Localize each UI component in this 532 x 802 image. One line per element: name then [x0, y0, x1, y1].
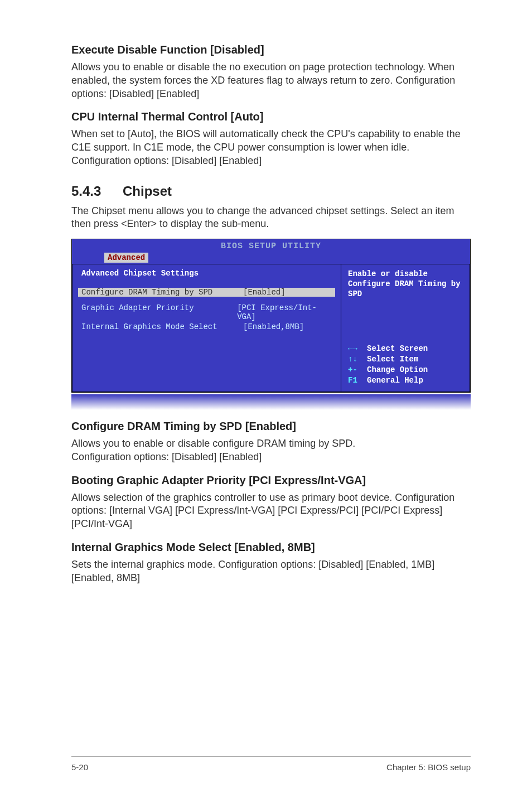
para-execute-disable: Allows you to enable or disable the no e…: [71, 61, 471, 100]
para-booting-adapter: Allows selection of the graphics control…: [71, 491, 471, 531]
nav-key: ↑↓: [348, 354, 367, 365]
footer-chapter: Chapter 5: BIOS setup: [386, 762, 471, 772]
section-number: 5.4.3: [71, 183, 123, 199]
bios-title: BIOS SETUP UTILITY: [72, 239, 470, 254]
heading-cpu-thermal: CPU Internal Thermal Control [Auto]: [71, 110, 471, 123]
nav-label: Change Option: [367, 365, 428, 375]
section-heading-chipset: 5.4.3Chipset: [71, 183, 471, 199]
para-dram-2: Configuration options: [Disabled] [Enabl…: [71, 451, 471, 464]
bios-left-panel: Advanced Chipset Settings Configure DRAM…: [72, 264, 341, 392]
bios-nav-row: +-Change Option: [348, 365, 464, 375]
section-title: Chipset: [123, 183, 172, 199]
heading-dram-timing: Configure DRAM Timing by SPD [Enabled]: [71, 420, 471, 433]
bios-row-selected: Configure DRAM Timing by SPD [Enabled]: [78, 288, 335, 297]
bios-row: Graphic Adapter Priority [PCI Express/In…: [81, 303, 332, 321]
bios-nav-legend: ←→Select Screen ↑↓Select Item +-Change O…: [348, 344, 464, 386]
bios-row-label: Configure DRAM Timing by SPD: [81, 288, 243, 297]
nav-label: General Help: [367, 375, 423, 386]
bios-row-value: [Enabled,8MB]: [243, 322, 304, 331]
bios-row-value: [Enabled]: [243, 288, 286, 297]
heading-internal-graphics: Internal Graphics Mode Select [Enabled, …: [71, 541, 471, 554]
para-internal-graphics: Sets the internal graphics mode. Configu…: [71, 558, 471, 585]
bios-fade: [71, 394, 471, 410]
bios-row-value: [PCI Express/Int-VGA]: [237, 303, 332, 321]
para-cpu-thermal: When set to [Auto], the BIOS will automa…: [71, 128, 471, 167]
nav-key: ←→: [348, 344, 367, 354]
bios-help-text: Enable or disable Configure DRAM Timing …: [348, 269, 464, 299]
nav-label: Select Item: [367, 354, 418, 365]
nav-key: +-: [348, 365, 367, 375]
bios-screenshot: BIOS SETUP UTILITY Advanced Advanced Chi…: [71, 239, 471, 393]
page-footer: 5-20 Chapter 5: BIOS setup: [71, 756, 471, 772]
heading-execute-disable: Execute Disable Function [Disabled]: [71, 44, 471, 56]
bios-nav-row: ←→Select Screen: [348, 344, 464, 354]
para-chipset-intro: The Chipset menu allows you to change th…: [71, 205, 471, 231]
heading-booting-adapter: Booting Graphic Adapter Priority [PCI Ex…: [71, 474, 471, 487]
bios-row-label: Graphic Adapter Priority: [81, 303, 237, 321]
nav-label: Select Screen: [367, 344, 428, 354]
footer-page-number: 5-20: [71, 762, 88, 772]
bios-right-panel: Enable or disable Configure DRAM Timing …: [341, 264, 470, 392]
para-dram-1: Allows you to enable or disable configur…: [71, 437, 471, 451]
nav-key: F1: [348, 375, 367, 386]
bios-row: Internal Graphics Mode Select [Enabled,8…: [81, 322, 332, 331]
bios-panel-title: Advanced Chipset Settings: [81, 269, 332, 278]
bios-nav-row: F1General Help: [348, 375, 464, 386]
bios-row-label: Internal Graphics Mode Select: [81, 322, 243, 331]
bios-nav-row: ↑↓Select Item: [348, 354, 464, 365]
bios-tab-advanced: Advanced: [104, 253, 148, 263]
